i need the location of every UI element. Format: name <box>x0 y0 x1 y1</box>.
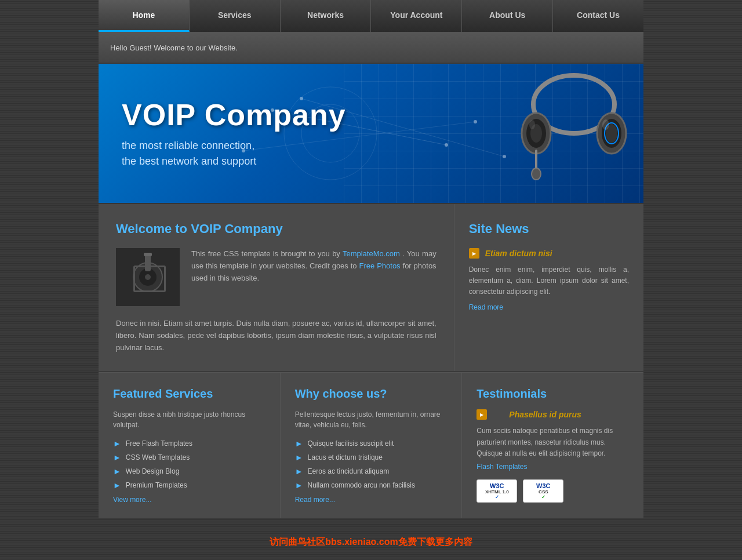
bottom-section: Featured Services Suspen disse a nibh tr… <box>99 372 643 518</box>
templatemo-link[interactable]: TemplateMo.com <box>343 249 400 258</box>
list-item: ► Web Design Blog <box>113 467 265 476</box>
news-item-1: Etiam dictum nisi Donec enim enim, imper… <box>469 248 629 311</box>
content-body: This free CSS template is brought to you… <box>116 248 437 312</box>
read-more-link[interactable]: Read more <box>469 303 503 311</box>
why-choose-desc: Pellentesque lectus justo, fermentum in,… <box>295 409 448 430</box>
svg-point-10 <box>474 120 477 123</box>
read-more-why-link[interactable]: Read more... <box>295 496 448 504</box>
arrow-icon: ► <box>295 467 303 476</box>
testimonial-item-1: Phasellus id purus Cum sociis natoque pe… <box>477 409 629 471</box>
list-item: ► Lacus et dictum tristique <box>295 453 448 462</box>
list-label: Nullam commodo arcu non facilisis <box>308 481 415 489</box>
list-label: Premium Templates <box>126 481 187 489</box>
svg-point-24 <box>133 263 162 292</box>
view-more-link[interactable]: View more... <box>113 496 265 504</box>
testimonial-body: Cum sociis natoque penatibus et magnis d… <box>477 426 629 459</box>
svg-point-8 <box>503 155 506 158</box>
arrow-icon: ► <box>295 439 303 448</box>
nav-home[interactable]: Home <box>99 0 190 32</box>
list-label: Eeros ac tincidunt aliquam <box>308 467 390 475</box>
content-right: Site News Etiam dictum nisi Donec enim e… <box>454 204 643 371</box>
svg-point-6 <box>445 143 448 147</box>
nav-your-account[interactable]: Your Account <box>371 0 462 32</box>
main-nav: Home Services Networks Your Account Abou… <box>99 0 643 33</box>
list-label: CSS Web Templates <box>126 453 190 461</box>
why-choose-us: Why choose us? Pellentesque lectus justo… <box>281 373 463 518</box>
news-item-title: Etiam dictum nisi <box>469 248 629 259</box>
banner: VOIP Company the most reliable connectio… <box>99 64 643 203</box>
testimonial-heading: Phasellus id purus <box>509 410 581 419</box>
testimonials-title: Testimonials <box>477 387 629 401</box>
list-label: Quisque facilisis suscipit elit <box>308 439 394 448</box>
body-paragraph: Donec in nisi. Etiam sit amet turpis. Du… <box>116 318 437 354</box>
nav-services[interactable]: Services <box>190 0 281 32</box>
banner-text: VOIP Company the most reliable connectio… <box>99 80 369 187</box>
svg-rect-28 <box>144 253 152 256</box>
list-item: ► Free Flash Templates <box>113 439 265 448</box>
list-item: ► Quisque facilisis suscipit elit <box>295 439 448 448</box>
banner-subtitle: the most reliable connection, the best n… <box>122 138 346 169</box>
site-news-title: Site News <box>469 221 629 237</box>
css-badge: W3C CSS ✓ <box>523 479 563 503</box>
banner-title: VOIP Company <box>122 97 346 132</box>
list-item: ► Nullam commodo arcu non facilisis <box>295 481 448 490</box>
svg-rect-27 <box>145 254 151 271</box>
welcome-bar: Hello Guest! Welcome to our Website. <box>99 33 643 63</box>
content-left: Welcome to VOIP Company <box>99 204 454 371</box>
list-label: Free Flash Templates <box>126 439 192 448</box>
free-photos-link[interactable]: Free Photos <box>359 261 401 270</box>
list-label: Lacus et dictum tristique <box>308 453 383 461</box>
arrow-icon: ► <box>295 453 303 462</box>
testimonials: Testimonials Phasellus id purus Cum soci… <box>462 373 643 518</box>
news-heading: Etiam dictum nisi <box>485 249 552 258</box>
welcome-title: Welcome to VOIP Company <box>116 221 437 237</box>
main-content: Welcome to VOIP Company <box>99 204 643 371</box>
welcome-text: Hello Guest! Welcome to our Website. <box>110 43 238 52</box>
list-item: ► CSS Web Templates <box>113 453 265 462</box>
featured-list: ► Free Flash Templates ► CSS Web Templat… <box>113 439 265 490</box>
featured-services: Featured Services Suspen disse a nibh tr… <box>99 373 281 518</box>
arrow-icon: ► <box>295 481 303 490</box>
nav-about-us[interactable]: About Us <box>462 0 553 32</box>
why-choose-title: Why choose us? <box>295 387 448 401</box>
testimonial-title-row: Phasellus id purus <box>477 409 629 420</box>
content-image <box>116 248 180 306</box>
list-item: ► Premium Templates <box>113 481 265 490</box>
why-list: ► Quisque facilisis suscipit elit ► Lacu… <box>295 439 448 490</box>
nav-contact-us[interactable]: Contact Us <box>553 0 643 32</box>
news-bullet-icon <box>469 248 479 259</box>
arrow-icon: ► <box>113 467 121 476</box>
arrow-icon: ► <box>113 453 121 462</box>
svg-point-25 <box>139 268 157 286</box>
list-item: ► Eeros ac tincidunt aliquam <box>295 467 448 476</box>
svg-point-26 <box>145 274 151 280</box>
featured-services-title: Featured Services <box>113 387 265 401</box>
testimonial-bullet-icon <box>477 409 487 420</box>
nav-networks[interactable]: Networks <box>281 0 372 32</box>
xhtml-badge: W3C XHTML 1.0 ✓ <box>477 479 517 503</box>
testimonial-link[interactable]: Flash Templates <box>477 463 527 471</box>
featured-services-desc: Suspen disse a nibh tristique justo rhon… <box>113 409 265 430</box>
arrow-icon: ► <box>113 481 121 490</box>
news-body: Donec enim enim, imperdiet quis, mollis … <box>469 264 629 298</box>
list-label: Web Design Blog <box>126 467 180 475</box>
badges: W3C XHTML 1.0 ✓ W3C CSS ✓ <box>477 479 629 503</box>
arrow-icon: ► <box>113 439 121 448</box>
